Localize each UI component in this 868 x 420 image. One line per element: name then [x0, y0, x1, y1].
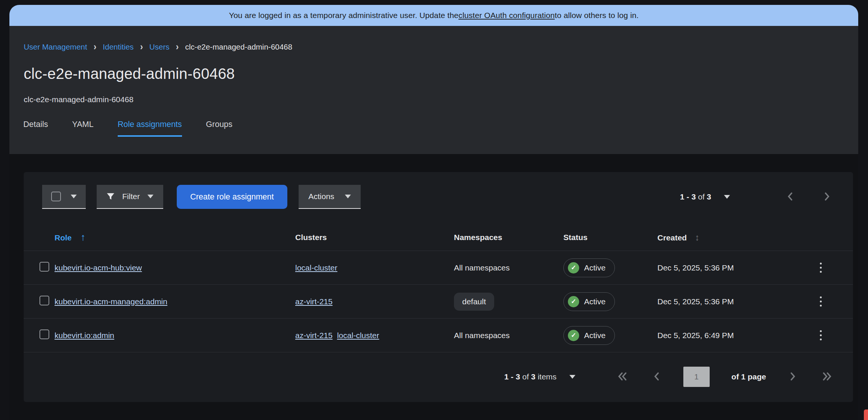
caret-down-icon [569, 375, 575, 379]
tab-role-assignments[interactable]: Role assignments [118, 115, 182, 137]
page-title: clc-e2e-managed-admin-60468 [9, 52, 858, 82]
chevron-left-icon [654, 372, 659, 381]
namespaces-value: All namespaces [454, 331, 510, 340]
cluster-link[interactable]: az-virt-215 [295, 297, 332, 306]
chevron-right-icon: › [94, 41, 97, 53]
page-container: You are logged in as a temporary adminis… [9, 5, 858, 420]
breadcrumb-users[interactable]: Users [149, 42, 170, 51]
row-checkbox[interactable] [39, 262, 49, 272]
temp-admin-banner: You are logged in as a temporary adminis… [9, 5, 858, 26]
cluster-link[interactable]: az-virt-215 [295, 331, 332, 340]
bulk-select-dropdown[interactable] [42, 185, 86, 209]
caret-down-icon [345, 195, 351, 198]
column-header-role[interactable]: Role ↑ [55, 225, 295, 251]
created-header-label: Created [657, 233, 687, 242]
table-header-row: Role ↑ Clusters Namespaces Status Create… [24, 225, 853, 251]
current-page-input[interactable] [683, 367, 710, 387]
pagination-total: 3 [707, 192, 711, 201]
header-actions-cell [817, 225, 853, 251]
table-toolbar: Filter Create role assignment Actions 1 … [24, 172, 853, 209]
top-pagination: 1 - 3 of 3 [680, 190, 832, 204]
created-value: Dec 5, 2025, 5:36 PM [657, 297, 734, 306]
last-page-button[interactable] [820, 370, 834, 384]
tab-content-area: Filter Create role assignment Actions 1 … [9, 154, 858, 420]
status-badge: ✓ Active [563, 326, 615, 345]
items-range-label: 1 - 3 of 3 items [504, 372, 557, 381]
page-subtitle: clc-e2e-managed-admin-60468 [9, 82, 858, 104]
items-range: 1 - 3 [504, 372, 520, 381]
role-link[interactable]: kubevirt.io-acm-managed:admin [55, 297, 167, 306]
tab-yaml[interactable]: YAML [72, 115, 94, 137]
column-header-created[interactable]: Created ↕ [657, 225, 817, 251]
breadcrumb-user-management[interactable]: User Management [24, 42, 87, 51]
row-checkbox[interactable] [39, 296, 49, 305]
pagination-range: 1 - 3 [680, 192, 696, 201]
kebab-menu-button[interactable] [817, 260, 825, 276]
role-header-label: Role [55, 233, 72, 242]
actions-dropdown[interactable]: Actions [299, 185, 361, 209]
filter-icon [106, 192, 115, 201]
items-word: items [538, 372, 557, 381]
create-role-assignment-button[interactable]: Create role assignment [177, 185, 287, 209]
sort-ascending-icon: ↑ [80, 231, 85, 243]
items-per-page-dropdown[interactable] [567, 372, 578, 382]
check-circle-icon: ✓ [568, 262, 579, 273]
created-value: Dec 5, 2025, 6:49 PM [657, 331, 734, 340]
namespace-chip: default [454, 293, 494, 311]
pagination-nav [785, 190, 832, 204]
previous-page-button[interactable] [651, 370, 662, 384]
chevron-right-icon: › [176, 41, 179, 53]
banner-text-prefix: You are logged in as a temporary adminis… [229, 11, 458, 20]
caret-down-icon [724, 195, 730, 199]
tab-groups[interactable]: Groups [206, 115, 233, 137]
chevron-left-icon [787, 192, 793, 201]
pagination-range-label: 1 - 3 of 3 [680, 192, 711, 201]
role-assignments-card: Filter Create role assignment Actions 1 … [24, 172, 853, 402]
status-badge: ✓ Active [563, 292, 615, 311]
per-page-dropdown[interactable] [722, 192, 732, 202]
breadcrumb-identities[interactable]: Identities [103, 42, 134, 51]
next-page-button[interactable] [822, 190, 832, 204]
double-chevron-right-icon [822, 372, 832, 381]
caret-down-icon [147, 195, 153, 198]
sort-both-icon: ↕ [695, 232, 700, 242]
breadcrumb-current-user: clc-e2e-managed-admin-60468 [185, 42, 292, 51]
alert-strip [864, 409, 868, 420]
check-circle-icon: ✓ [568, 296, 579, 307]
table-row: kubevirt.io:admin az-virt-215 local-clus… [24, 319, 853, 352]
created-value: Dec 5, 2025, 5:36 PM [657, 263, 734, 272]
bulk-select-checkbox[interactable] [51, 192, 61, 201]
cluster-link[interactable]: local-cluster [295, 263, 337, 272]
role-link[interactable]: kubevirt.io-acm-hub:view [55, 263, 142, 272]
items-total: 3 [531, 372, 536, 381]
kebab-menu-button[interactable] [817, 293, 825, 310]
cluster-oauth-configuration-link[interactable]: cluster OAuth configuration [458, 11, 555, 20]
previous-page-button[interactable] [785, 190, 795, 204]
tab-details[interactable]: Details [23, 115, 48, 137]
chevron-right-icon [824, 192, 830, 201]
status-label: Active [584, 331, 605, 340]
chevron-right-icon [790, 372, 796, 381]
row-checkbox[interactable] [39, 329, 49, 339]
double-chevron-left-icon [618, 372, 627, 381]
role-assignments-table: Role ↑ Clusters Namespaces Status Create… [24, 225, 853, 352]
kebab-menu-button[interactable] [817, 327, 825, 343]
caret-down-icon [71, 195, 77, 198]
column-header-clusters: Clusters [295, 225, 454, 251]
actions-label: Actions [308, 192, 334, 201]
namespaces-value: All namespaces [454, 263, 510, 272]
column-header-status: Status [563, 225, 657, 251]
tab-bar: Details YAML Role assignments Groups [9, 104, 858, 137]
first-page-button[interactable] [615, 370, 630, 384]
filter-dropdown[interactable]: Filter [97, 185, 163, 209]
status-label: Active [584, 263, 605, 272]
check-circle-icon: ✓ [568, 330, 579, 341]
banner-text-suffix: to allow others to log in. [555, 11, 639, 20]
next-page-button[interactable] [788, 370, 798, 384]
role-link[interactable]: kubevirt.io:admin [55, 331, 114, 340]
breadcrumb: User Management › Identities › Users › c… [9, 26, 858, 52]
cluster-link[interactable]: local-cluster [337, 331, 379, 340]
bottom-pagination: 1 - 3 of 3 items [24, 352, 853, 387]
filter-label: Filter [122, 192, 140, 201]
table-row: kubevirt.io-acm-managed:admin az-virt-21… [24, 285, 853, 319]
